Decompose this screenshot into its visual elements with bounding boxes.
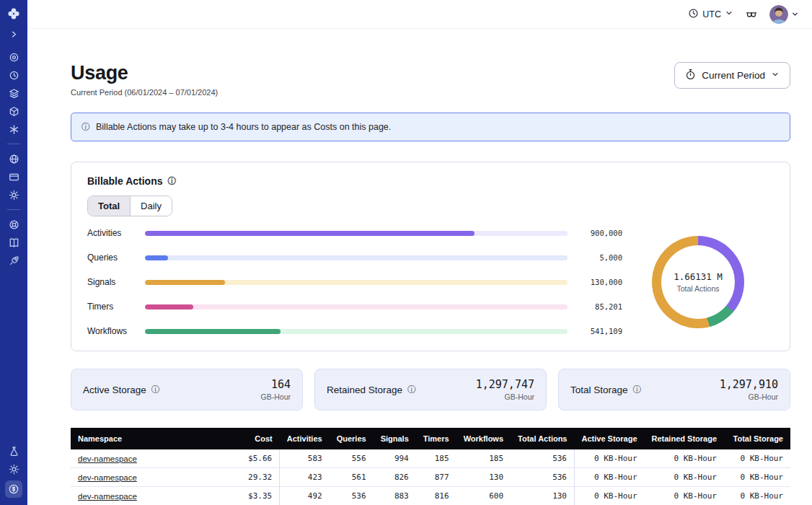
cell-active-storage: 0 KB-Hour bbox=[575, 468, 645, 487]
donut-wrap: 1.66131 M Total Actions bbox=[622, 236, 774, 328]
sidebar-divider bbox=[7, 144, 20, 144]
credit-card-icon[interactable] bbox=[6, 169, 22, 185]
info-icon[interactable]: ⓘ bbox=[151, 385, 160, 394]
cell-queries: 556 bbox=[330, 449, 374, 468]
cell-signals: 826 bbox=[374, 468, 416, 487]
storage-label-text: Total Storage bbox=[570, 385, 628, 395]
column-header-signals: Signals bbox=[374, 428, 416, 449]
billable-actions-title-text: Billable Actions bbox=[87, 175, 163, 187]
cell-timers: 185 bbox=[416, 449, 456, 468]
donut-hole: 1.66131 M Total Actions bbox=[661, 245, 735, 319]
timezone-label: UTC bbox=[702, 9, 721, 19]
namespace-link[interactable]: dev-namespace bbox=[78, 454, 137, 463]
tab-daily[interactable]: Daily bbox=[131, 196, 172, 216]
cell-total-storage: 0 KB-Hour bbox=[724, 487, 790, 505]
sidebar bbox=[0, 0, 27, 505]
cell-cost: $5.66 bbox=[226, 449, 280, 468]
cell-activities: 423 bbox=[280, 468, 330, 487]
table-header-row: Namespace Cost Activities Queries Signal… bbox=[71, 428, 790, 449]
storage-value: 164 GB-Hour bbox=[261, 378, 291, 401]
chevron-down-icon bbox=[725, 9, 733, 19]
cell-active-storage: 0 KB-Hour bbox=[575, 487, 645, 505]
info-icon[interactable]: ⓘ bbox=[168, 177, 177, 185]
bar-track bbox=[145, 280, 568, 285]
bar-fill bbox=[145, 304, 193, 309]
target-icon[interactable] bbox=[6, 49, 22, 65]
bar-value: 85,201 bbox=[576, 302, 622, 311]
content: Usage Current Period (06/01/2024 – 07/01… bbox=[27, 29, 812, 505]
bar-label: Timers bbox=[87, 302, 136, 312]
period-selector-label: Current Period bbox=[702, 70, 765, 81]
bar-value: 900,000 bbox=[576, 229, 622, 237]
lifebuoy-icon[interactable] bbox=[6, 216, 22, 232]
info-icon[interactable]: ⓘ bbox=[633, 385, 642, 394]
bar-fill bbox=[145, 280, 225, 285]
bar-track bbox=[145, 255, 568, 260]
layers-icon[interactable] bbox=[6, 85, 22, 101]
storage-value: 1,297,910 GB-Hour bbox=[720, 378, 778, 401]
column-header-timers: Timers bbox=[416, 428, 456, 449]
avatar bbox=[769, 5, 788, 24]
namespace-link[interactable]: dev-namespace bbox=[78, 492, 137, 501]
storage-unit: GB-Hour bbox=[476, 392, 534, 401]
billable-actions-title: Billable Actions ⓘ bbox=[87, 175, 774, 187]
bar-label: Signals bbox=[87, 277, 136, 287]
cell-retained-storage: 0 KB-Hour bbox=[645, 449, 724, 468]
storage-label-text: Active Storage bbox=[83, 385, 146, 395]
cell-activities: 583 bbox=[280, 449, 330, 468]
retained-storage-card: Retained Storage ⓘ 1,297,747 GB-Hour bbox=[314, 369, 547, 410]
page-subtitle: Current Period (06/01/2024 – 07/01/2024) bbox=[71, 88, 218, 97]
period-selector-button[interactable]: Current Period bbox=[674, 62, 790, 89]
info-banner: ⓘ Billable Actions may take up to 3-4 ho… bbox=[71, 113, 790, 141]
bar-row-workflows: Workflows 541,109 bbox=[87, 326, 622, 336]
cube-icon[interactable] bbox=[6, 103, 22, 119]
info-icon[interactable]: ⓘ bbox=[407, 385, 416, 394]
bar-label: Queries bbox=[87, 252, 136, 263]
column-header-total-storage: Total Storage bbox=[724, 428, 790, 449]
billable-actions-card: Billable Actions ⓘ Total Daily Activitie… bbox=[71, 162, 790, 351]
cell-workflows: 600 bbox=[456, 487, 511, 505]
chevron-right-icon[interactable] bbox=[6, 26, 22, 42]
chevron-down-icon bbox=[791, 8, 799, 21]
book-icon[interactable] bbox=[6, 234, 22, 250]
app-root: UTC Usage Current Period (06/01/2024 – 0… bbox=[0, 0, 812, 505]
cell-total-actions: 536 bbox=[511, 449, 574, 468]
donut-total: 1.66131 M bbox=[674, 271, 723, 282]
bar-track bbox=[145, 329, 568, 334]
bar-fill bbox=[145, 329, 281, 334]
banner-text: Billable Actions may take up to 3-4 hour… bbox=[96, 122, 391, 132]
main-area: UTC Usage Current Period (06/01/2024 – 0… bbox=[27, 0, 812, 505]
cell-retained-storage: 0 KB-Hour bbox=[645, 487, 724, 505]
storage-label-text: Retained Storage bbox=[327, 385, 402, 395]
user-menu[interactable] bbox=[769, 5, 799, 24]
rocket-icon[interactable] bbox=[6, 252, 22, 268]
temporal-logo-icon[interactable] bbox=[6, 6, 22, 22]
goggles-icon[interactable] bbox=[745, 9, 758, 20]
storage-label: Retained Storage ⓘ bbox=[327, 385, 416, 395]
bar-value: 541,109 bbox=[576, 327, 622, 335]
stopwatch-icon bbox=[685, 69, 696, 82]
column-header-retained-storage: Retained Storage bbox=[645, 428, 724, 449]
namespace-link[interactable]: dev-namespace bbox=[78, 473, 137, 482]
dollar-badge-icon[interactable] bbox=[5, 480, 22, 498]
storage-unit: GB-Hour bbox=[261, 392, 291, 401]
tab-total[interactable]: Total bbox=[88, 196, 131, 216]
info-icon: ⓘ bbox=[81, 123, 90, 131]
cell-cost: $3.35 bbox=[226, 487, 280, 505]
cell-total-actions: 130 bbox=[511, 487, 574, 505]
timezone-selector[interactable]: UTC bbox=[688, 8, 733, 21]
cell-signals: 994 bbox=[374, 449, 416, 468]
column-header-namespace: Namespace bbox=[71, 428, 226, 449]
flask-icon[interactable] bbox=[6, 443, 22, 459]
clock-history-icon[interactable] bbox=[6, 67, 22, 83]
storage-unit: GB-Hour bbox=[720, 392, 778, 401]
sun-icon[interactable] bbox=[6, 461, 22, 477]
storage-label: Active Storage ⓘ bbox=[83, 385, 160, 395]
asterisk-icon[interactable] bbox=[6, 121, 22, 137]
cell-total-storage: 0 KB-Hour bbox=[724, 468, 790, 487]
table-row: dev-namespace 29.32 423 561 826 877 130 … bbox=[71, 468, 790, 487]
gear-icon[interactable] bbox=[6, 187, 22, 203]
namespace-usage-table: Namespace Cost Activities Queries Signal… bbox=[71, 428, 790, 505]
bar-row-queries: Queries 5,000 bbox=[87, 252, 622, 263]
globe-icon[interactable] bbox=[6, 151, 22, 167]
